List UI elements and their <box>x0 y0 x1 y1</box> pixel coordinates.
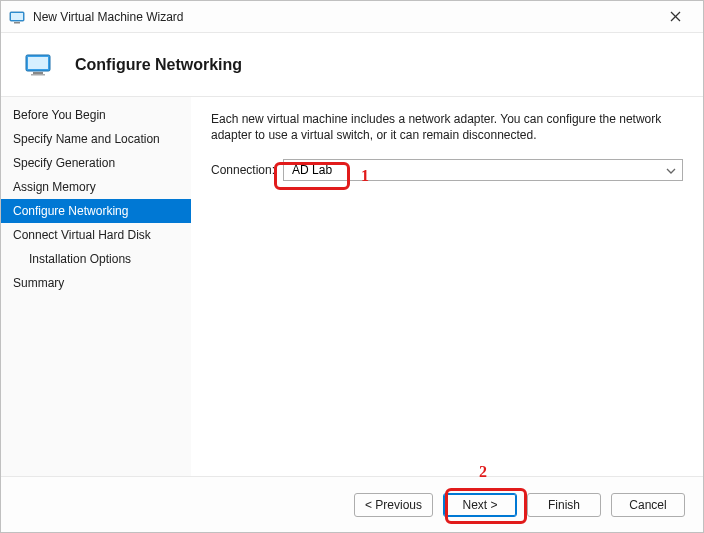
connection-label: Connection: <box>211 163 275 177</box>
svg-rect-8 <box>31 74 45 76</box>
connection-value: AD Lab <box>292 163 332 177</box>
sidebar-item-connect-vhd[interactable]: Connect Virtual Hard Disk <box>1 223 191 247</box>
wizard-header: Configure Networking <box>1 33 703 97</box>
close-icon <box>670 11 681 22</box>
previous-button[interactable]: < Previous <box>354 493 433 517</box>
sidebar-item-before-you-begin[interactable]: Before You Begin <box>1 103 191 127</box>
wizard-window: New Virtual Machine Wizard Configure Net… <box>0 0 704 533</box>
svg-rect-2 <box>14 22 20 24</box>
svg-rect-6 <box>28 57 48 69</box>
annotation-label-1: 1 <box>361 167 369 185</box>
svg-rect-1 <box>11 13 23 20</box>
sidebar-item-assign-memory[interactable]: Assign Memory <box>1 175 191 199</box>
connection-dropdown[interactable]: AD Lab <box>283 159 683 181</box>
sidebar-item-configure-networking[interactable]: Configure Networking <box>1 199 191 223</box>
svg-rect-7 <box>33 72 43 74</box>
sidebar-item-specify-name[interactable]: Specify Name and Location <box>1 127 191 151</box>
close-button[interactable] <box>655 3 695 31</box>
window-title: New Virtual Machine Wizard <box>33 10 184 24</box>
description-text: Each new virtual machine includes a netw… <box>211 111 683 143</box>
titlebar: New Virtual Machine Wizard <box>1 1 703 33</box>
chevron-down-icon <box>666 163 676 177</box>
wizard-body: Before You Begin Specify Name and Locati… <box>1 97 703 476</box>
vm-icon <box>25 53 53 77</box>
next-button[interactable]: Next > <box>443 493 517 517</box>
sidebar-item-summary[interactable]: Summary <box>1 271 191 295</box>
sidebar-item-specify-generation[interactable]: Specify Generation <box>1 151 191 175</box>
cancel-button[interactable]: Cancel <box>611 493 685 517</box>
step-sidebar: Before You Begin Specify Name and Locati… <box>1 97 191 476</box>
finish-button[interactable]: Finish <box>527 493 601 517</box>
wizard-footer: < Previous Next > Finish Cancel <box>1 476 703 532</box>
annotation-label-2: 2 <box>479 463 487 481</box>
content-pane: Each new virtual machine includes a netw… <box>191 97 703 476</box>
sidebar-item-installation-options[interactable]: Installation Options <box>1 247 191 271</box>
app-icon <box>9 9 25 25</box>
connection-row: Connection: AD Lab <box>211 159 683 181</box>
page-title: Configure Networking <box>75 56 242 74</box>
